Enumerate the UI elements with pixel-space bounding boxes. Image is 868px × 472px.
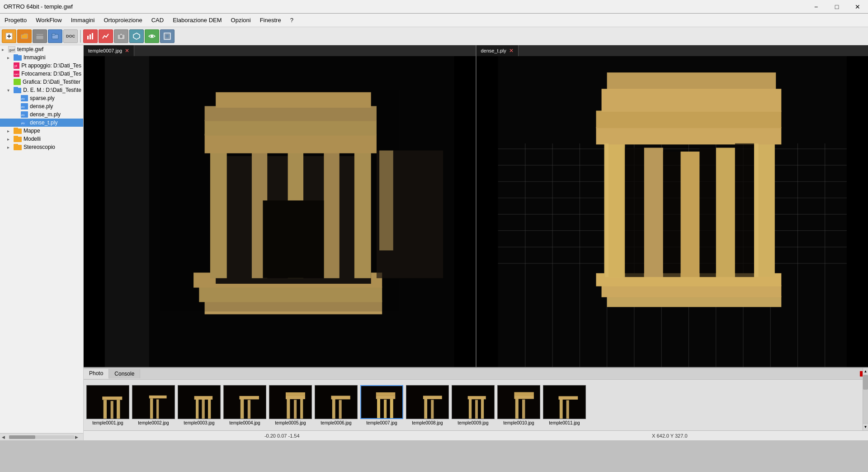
sidebar-item-sparse-ply[interactable]: ply sparse.ply bbox=[0, 94, 83, 102]
menu-workflow[interactable]: WorkFlow bbox=[31, 15, 66, 25]
toolbar-camera-button[interactable] bbox=[114, 29, 128, 43]
toolbar-new-button[interactable] bbox=[2, 29, 16, 43]
svg-rect-94 bbox=[601, 89, 781, 112]
svg-rect-141 bbox=[376, 396, 396, 399]
menu-ortoproiezione[interactable]: Ortoproiezione bbox=[99, 15, 146, 25]
photo-thumb-img-10 bbox=[497, 385, 540, 419]
maximize-button[interactable]: □ bbox=[826, 0, 847, 14]
expand-icon-mappe: ▸ bbox=[7, 129, 13, 133]
svg-rect-138 bbox=[377, 399, 380, 419]
photo-thumb-5[interactable]: temple0005.jpg bbox=[269, 385, 312, 425]
scroll-thumb[interactable] bbox=[9, 435, 35, 439]
svg-rect-113 bbox=[178, 385, 220, 418]
scroll-down-arrow[interactable]: ▼ bbox=[863, 423, 868, 430]
right-tab-close[interactable]: ✕ bbox=[509, 48, 514, 54]
status-coordinates-left: -0.20 0.07 -1.54 bbox=[88, 433, 476, 439]
scroll-left-button[interactable]: ◀ bbox=[2, 435, 8, 439]
photo-label-8: temple0008.jpg bbox=[412, 420, 443, 425]
toolbar-open-button[interactable] bbox=[17, 29, 32, 43]
svg-rect-61 bbox=[379, 151, 393, 251]
tree-root[interactable]: ▸ gwf temple.gwf bbox=[0, 45, 83, 53]
menu-elaborazione-dem[interactable]: Elaborazione DEM bbox=[168, 15, 226, 25]
sidebar-item-fotocamera[interactable]: cam Fotocamera: D:\Dati_Tes bbox=[0, 70, 83, 78]
menu-cad[interactable]: CAD bbox=[147, 15, 168, 25]
sidebar-item-dem[interactable]: ▾ D. E. M.: D:\Dati_Test\te bbox=[0, 86, 83, 94]
photo-label-1: temple0001.jpg bbox=[92, 420, 123, 425]
menu-help[interactable]: ? bbox=[286, 15, 298, 25]
photo-thumb-img-1 bbox=[86, 385, 129, 419]
viewport-left[interactable]: temple0007.jpg ✕ bbox=[84, 45, 476, 367]
sidebar-hscrollbar[interactable]: ◀ ▶ bbox=[0, 433, 83, 440]
left-tab-close[interactable]: ✕ bbox=[125, 48, 129, 54]
photo-strip: Photo Console bbox=[84, 367, 868, 430]
toolbar-open3-button[interactable] bbox=[48, 29, 62, 43]
sidebar-label-dem: D. E. M.: D:\Dati_Test\te bbox=[23, 87, 81, 93]
thumb-svg-9 bbox=[452, 385, 494, 419]
toolbar-chart-button[interactable] bbox=[83, 29, 98, 43]
sidebar-item-modelli[interactable]: ▸ Modelli bbox=[0, 135, 83, 143]
scroll-up-arrow[interactable]: ▲ bbox=[863, 368, 868, 375]
svg-rect-101 bbox=[754, 143, 759, 277]
sidebar-label-dense-ply: dense.ply bbox=[30, 103, 53, 110]
sidebar-item-dense-ply[interactable]: ply dense.ply bbox=[0, 102, 83, 110]
photo-thumb-img-4 bbox=[223, 385, 266, 419]
sidebar-item-dense-m-ply[interactable]: ply dense_m.ply bbox=[0, 110, 83, 119]
thumb-svg-6 bbox=[315, 385, 357, 419]
svg-rect-130 bbox=[286, 392, 305, 396]
photo-thumb-img-2 bbox=[132, 385, 175, 419]
svg-rect-134 bbox=[339, 400, 342, 419]
scroll-right-button[interactable]: ▶ bbox=[75, 435, 81, 439]
folder-dem-icon bbox=[14, 87, 22, 93]
sidebar-item-mappe[interactable]: ▸ Mappe bbox=[0, 127, 83, 135]
menu-opzioni[interactable]: Opzioni bbox=[226, 15, 255, 25]
photo-thumb-6[interactable]: temple0006.jpg bbox=[315, 385, 358, 425]
svg-rect-105 bbox=[111, 401, 113, 419]
tab-photo[interactable]: Photo bbox=[84, 369, 109, 379]
photo-thumb-1[interactable]: temple0001.jpg bbox=[86, 385, 129, 425]
svg-point-8 bbox=[120, 35, 123, 38]
left-viewport-tab[interactable]: temple0007.jpg ✕ bbox=[84, 45, 134, 56]
scroll-thumb-vertical[interactable] bbox=[863, 375, 868, 390]
menubar: Progetto WorkFlow Immagini Ortoproiezion… bbox=[0, 14, 868, 27]
toolbar-polygon-button[interactable] bbox=[129, 29, 144, 43]
sidebar-item-dense-t-ply[interactable]: ply dense_t.ply bbox=[0, 119, 83, 127]
toolbar-doc-button[interactable]: DOC bbox=[63, 29, 78, 43]
photo-thumb-10[interactable]: temple0010.jpg bbox=[497, 385, 540, 425]
toolbar-open2-button[interactable] bbox=[33, 29, 47, 43]
photo-strip-content[interactable]: temple0001.jpg bbox=[84, 380, 868, 430]
sidebar-item-grafica[interactable]: Grafica: D:\Dati_Test\ter bbox=[0, 78, 83, 86]
minimize-button[interactable]: − bbox=[806, 0, 826, 14]
svg-text:ply: ply bbox=[21, 97, 25, 100]
photo-thumb-8[interactable]: temple0008.jpg bbox=[406, 385, 449, 425]
sidebar-item-stereoscopio[interactable]: ▸ Stereoscopio bbox=[0, 143, 83, 151]
sidebar-item-immagini[interactable]: ▸ Immagini bbox=[0, 53, 83, 62]
toolbar-3dview-button[interactable] bbox=[160, 29, 175, 43]
right-viewport-tab[interactable]: dense_t.ply ✕ bbox=[476, 45, 519, 56]
photo-thumb-4[interactable]: temple0004.jpg bbox=[223, 385, 266, 425]
svg-rect-152 bbox=[481, 399, 484, 419]
file-dense-m-icon: ply bbox=[21, 111, 28, 118]
photo-thumb-2[interactable]: temple0002.jpg bbox=[132, 385, 175, 425]
sidebar-item-pt-appoggio[interactable]: pt Pt appoggio: D:\Dati_Tes bbox=[0, 62, 83, 70]
photo-thumb-11[interactable]: temple0011.jpg bbox=[543, 385, 586, 425]
close-button[interactable]: ✕ bbox=[847, 0, 868, 14]
toolbar-graph-button[interactable] bbox=[99, 29, 113, 43]
sidebar-label-fotocamera: Fotocamera: D:\Dati_Tes bbox=[21, 71, 81, 77]
viewport-right[interactable]: dense_t.ply ✕ bbox=[476, 45, 868, 367]
menu-immagini[interactable]: Immagini bbox=[66, 15, 99, 25]
menu-finestre[interactable]: Finestre bbox=[255, 15, 286, 25]
thumb-svg-8 bbox=[406, 385, 448, 419]
toolbar-eye-button[interactable] bbox=[145, 29, 159, 43]
photo-strip-scrollbar[interactable]: ▲ ▼ bbox=[863, 368, 868, 430]
svg-rect-28 bbox=[14, 87, 18, 89]
svg-text:ply: ply bbox=[21, 105, 25, 108]
menu-progetto[interactable]: Progetto bbox=[0, 15, 31, 25]
svg-rect-83 bbox=[607, 296, 781, 307]
photo-thumb-9[interactable]: temple0009.jpg bbox=[452, 385, 495, 425]
photo-thumb-3[interactable]: temple0003.jpg bbox=[178, 385, 221, 425]
folder-stereoscopio-icon bbox=[14, 144, 22, 150]
svg-rect-124 bbox=[269, 385, 311, 418]
svg-rect-92 bbox=[596, 127, 781, 145]
photo-thumb-7[interactable]: temple0007.jpg bbox=[360, 385, 403, 425]
tab-console[interactable]: Console bbox=[109, 369, 140, 378]
